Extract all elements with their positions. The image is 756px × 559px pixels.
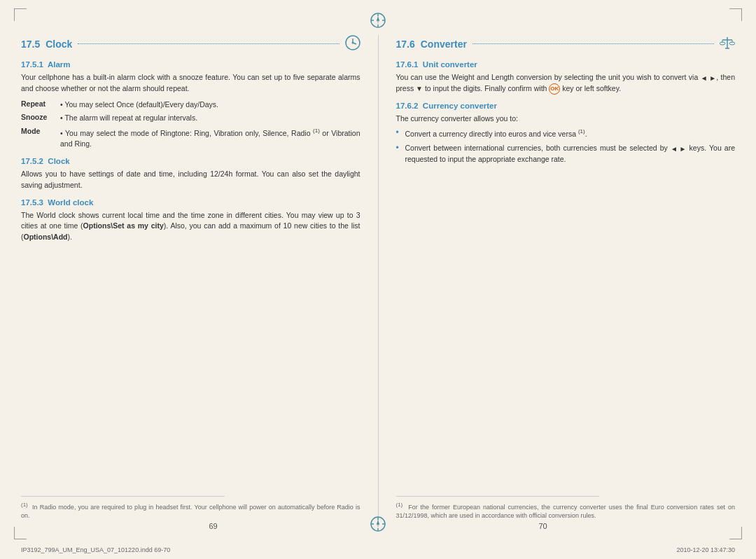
svg-point-11 xyxy=(351,42,354,44)
bullet-dot-2: • xyxy=(396,143,402,165)
footer: IP3192_799A_UM_Eng_USA_07_101220.indd 69… xyxy=(21,546,735,553)
repeat-value: • You may select Once (default)/Every da… xyxy=(60,99,218,111)
section-17-5-header: 17.5 Clock xyxy=(21,35,360,53)
clock-icon xyxy=(345,35,360,53)
subsection-17-5-3-title: 17.5.3 World clock xyxy=(21,198,360,207)
nav-arrows-lr: ◄ ► xyxy=(701,73,717,83)
section-17-5-number: 17.5 xyxy=(21,39,40,50)
section-dots-right xyxy=(472,43,714,44)
snooze-value: • The alarm will repeat at regular inter… xyxy=(60,113,197,124)
scale-icon xyxy=(720,35,735,53)
right-column: 17.6 Converter 17. xyxy=(379,35,736,517)
alarm-terms: Repeat • You may select Once (default)/E… xyxy=(21,99,360,151)
top-compass-icon xyxy=(370,13,386,32)
subsection-17-6-1-body: You can use the Weight and Length conver… xyxy=(396,72,736,95)
repeat-term: Repeat • You may select Once (default)/E… xyxy=(21,99,360,111)
repeat-label: Repeat xyxy=(21,99,55,111)
options-set-label: Options\Set as my city xyxy=(83,221,164,230)
page-number-right: 70 xyxy=(386,522,700,530)
footnote-right-num: (1) xyxy=(396,502,403,508)
currency-intro: The currency converter allows you to: xyxy=(396,113,736,125)
bullet-item-2: • Convert between international currenci… xyxy=(396,143,736,165)
bullet-item-1: • Convert a currency directly into euros… xyxy=(396,127,736,139)
bullet-dot-1: • xyxy=(396,127,402,139)
ok-button-icon: OK xyxy=(549,83,560,95)
footer-file-info: IP3192_799A_UM_Eng_USA_07_101220.indd 69… xyxy=(21,546,170,553)
mode-value: • You may select the mode of Ringtone: R… xyxy=(60,127,360,150)
section-dots xyxy=(78,43,339,44)
subsection-17-6-1-title: 17.6.1 Unit converter xyxy=(396,60,736,69)
footnote-ref-right-1: (1) xyxy=(578,128,585,134)
main-content: 17.5 Clock 17.5.1 Alarm Your cellphone h… xyxy=(21,35,735,517)
section-17-5-title: Clock xyxy=(46,39,72,50)
corner-mark-tr xyxy=(729,8,742,21)
options-add-label: Options\Add xyxy=(24,233,68,241)
subsection-17-5-3-body: The World clock shows current local time… xyxy=(21,210,360,243)
left-column: 17.5 Clock 17.5.1 Alarm Your cellphone h… xyxy=(21,35,379,517)
subsection-17-5-1-body: Your cellphone has a built-in alarm cloc… xyxy=(21,72,360,95)
nav-arrows-lr-2: ◄ ► xyxy=(671,144,687,154)
mode-term: Mode • You may select the mode of Ringto… xyxy=(21,127,360,150)
currency-bullets: • Convert a currency directly into euros… xyxy=(396,127,736,165)
snooze-term: Snooze • The alarm will repeat at regula… xyxy=(21,113,360,124)
footnote-divider-right xyxy=(396,496,600,497)
bullet-text-1: Convert a currency directly into euros a… xyxy=(405,127,587,139)
section-17-6-header: 17.6 Converter xyxy=(396,35,736,53)
bullet-text-2: Convert between international currencies… xyxy=(405,143,736,165)
footnote-divider-left xyxy=(21,496,225,497)
subsection-17-6-2-title: 17.6.2 Currency converter xyxy=(396,102,736,110)
svg-point-20 xyxy=(377,523,379,525)
corner-mark-tl xyxy=(14,8,27,21)
svg-point-1 xyxy=(377,19,379,22)
page: 17.5 Clock 17.5.1 Alarm Your cellphone h… xyxy=(0,0,756,559)
footer-date-info: 2010-12-20 13:47:30 xyxy=(676,546,735,553)
section-17-6-number: 17.6 xyxy=(396,39,415,50)
section-17-6-title: Converter xyxy=(421,39,467,50)
bottom-page-row: 69 70 xyxy=(0,516,756,535)
bottom-compass-icon xyxy=(370,516,386,535)
footnote-left-num: (1) xyxy=(21,502,28,508)
page-number-left: 69 xyxy=(56,522,370,530)
mode-label: Mode xyxy=(21,127,55,150)
down-arrow: ▼ xyxy=(416,83,423,94)
footnote-ref-1: (1) xyxy=(313,127,320,134)
subsection-17-5-1-title: 17.5.1 Alarm xyxy=(21,60,360,69)
subsection-17-5-2-body: Allows you to have settings of date and … xyxy=(21,169,360,191)
subsection-17-5-2-title: 17.5.2 Clock xyxy=(21,157,360,165)
snooze-label: Snooze xyxy=(21,113,55,124)
